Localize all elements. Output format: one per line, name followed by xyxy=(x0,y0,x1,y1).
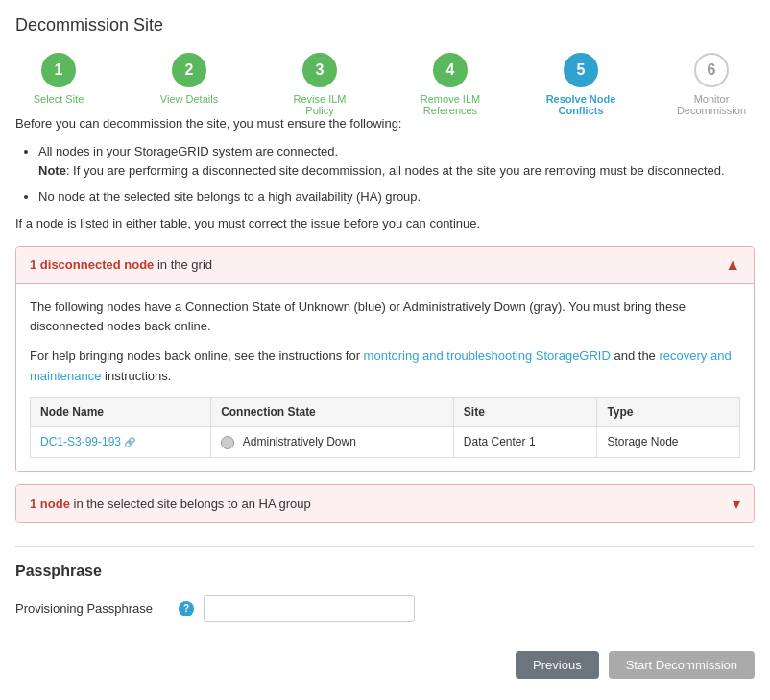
step-label-5: Resolve Node Conflicts xyxy=(542,93,619,116)
step-6: 6 Monitor Decommission xyxy=(668,53,755,116)
step-label-6: Monitor Decommission xyxy=(673,93,750,116)
step-5: 5 Resolve Node Conflicts xyxy=(538,53,624,116)
step-label-3: Revise ILM Policy xyxy=(281,93,358,116)
passphrase-section: Passphrase Provisioning Passphrase ? xyxy=(15,546,755,622)
panel2-header-suffix: in the selected site belongs to an HA gr… xyxy=(74,496,311,511)
step-label-1: Select Site xyxy=(34,93,84,105)
ha-group-panel-header[interactable]: 1 node in the selected site belongs to a… xyxy=(16,485,754,522)
previous-button[interactable]: Previous xyxy=(516,651,599,679)
step-label-4: Remove ILM References xyxy=(412,93,489,116)
intro-text: Before you can decommission the site, yo… xyxy=(15,116,755,131)
chevron-up-icon: ▲ xyxy=(725,256,740,274)
node-link[interactable]: DC1-S3-99-193 xyxy=(40,435,121,448)
passphrase-label: Provisioning Passphrase xyxy=(15,601,169,616)
panel1-header-count: 1 disconnected node xyxy=(30,257,154,272)
ha-group-panel: 1 node in the selected site belongs to a… xyxy=(15,484,755,523)
step-2: 2 View Details xyxy=(146,53,232,105)
step-4: 4 Remove ILM References xyxy=(407,53,493,116)
external-link-icon: 🔗 xyxy=(124,437,135,447)
panel1-header-suffix: in the grid xyxy=(157,257,212,272)
passphrase-title: Passphrase xyxy=(15,563,755,580)
state-text: Administratively Down xyxy=(243,435,356,448)
bullet-1: All nodes in your StorageGRID system are… xyxy=(38,142,755,180)
monitoring-link[interactable]: montoring and troubleshooting StorageGRI… xyxy=(364,349,611,363)
chevron-down-icon: ▾ xyxy=(733,495,740,513)
disconnected-node-panel-body: The following nodes have a Connection St… xyxy=(16,283,754,471)
page-title: Decommission Site xyxy=(15,15,755,36)
col-connection-state: Connection State xyxy=(211,397,454,426)
passphrase-input[interactable] xyxy=(204,595,415,622)
state-dot-icon xyxy=(221,436,234,449)
panel1-header-text: 1 disconnected node in the grid xyxy=(30,257,212,272)
panel1-desc1: The following nodes have a Connection St… xyxy=(30,298,740,338)
bullet-2: No node at the selected site belongs to … xyxy=(38,187,755,206)
step-circle-5: 5 xyxy=(564,53,598,87)
line-4-5 xyxy=(493,69,538,71)
step-circle-6: 6 xyxy=(694,53,729,87)
disconnected-node-panel-header[interactable]: 1 disconnected node in the grid ▲ xyxy=(16,247,754,283)
note-text: : If you are performing a disconnected s… xyxy=(66,163,725,178)
line-1-2 xyxy=(102,69,146,71)
help-icon[interactable]: ? xyxy=(179,601,194,616)
col-node-name: Node Name xyxy=(31,397,211,426)
stepper: 1 Select Site 2 View Details 3 Revise IL… xyxy=(15,53,755,116)
step-circle-3: 3 xyxy=(302,53,337,87)
step-1: 1 Select Site xyxy=(15,53,102,105)
footer-buttons: Previous Start Decommission xyxy=(15,651,755,679)
panel2-header-count: 1 node xyxy=(30,496,70,511)
panel1-desc2: For help bringing nodes back online, see… xyxy=(30,347,740,387)
col-site: Site xyxy=(453,397,597,426)
disconnected-nodes-table: Node Name Connection State Site Type DC1… xyxy=(30,397,740,458)
line-5-6 xyxy=(624,69,668,71)
col-type: Type xyxy=(597,397,740,426)
cell-node-name: DC1-S3-99-193 🔗 xyxy=(31,426,211,457)
line-2-3 xyxy=(232,69,277,71)
disconnected-node-panel: 1 disconnected node in the grid ▲ The fo… xyxy=(15,246,755,472)
step-circle-2: 2 xyxy=(172,53,206,87)
start-decommission-button[interactable]: Start Decommission xyxy=(609,651,755,679)
panel2-header-text: 1 node in the selected site belongs to a… xyxy=(30,496,311,511)
table-row: DC1-S3-99-193 🔗 Administratively Down Da… xyxy=(31,426,740,457)
step-label-2: View Details xyxy=(160,93,218,105)
warning-text: If a node is listed in either table, you… xyxy=(15,216,755,230)
step-circle-1: 1 xyxy=(41,53,76,87)
cell-connection-state: Administratively Down xyxy=(211,426,454,457)
step-circle-4: 4 xyxy=(433,53,468,87)
line-3-4 xyxy=(363,69,407,71)
bullet-list: All nodes in your StorageGRID system are… xyxy=(38,142,755,206)
passphrase-row: Provisioning Passphrase ? xyxy=(15,595,755,622)
cell-site: Data Center 1 xyxy=(453,426,597,457)
note-bold: Note xyxy=(38,163,66,178)
cell-type: Storage Node xyxy=(597,426,740,457)
step-3: 3 Revise ILM Policy xyxy=(277,53,363,116)
